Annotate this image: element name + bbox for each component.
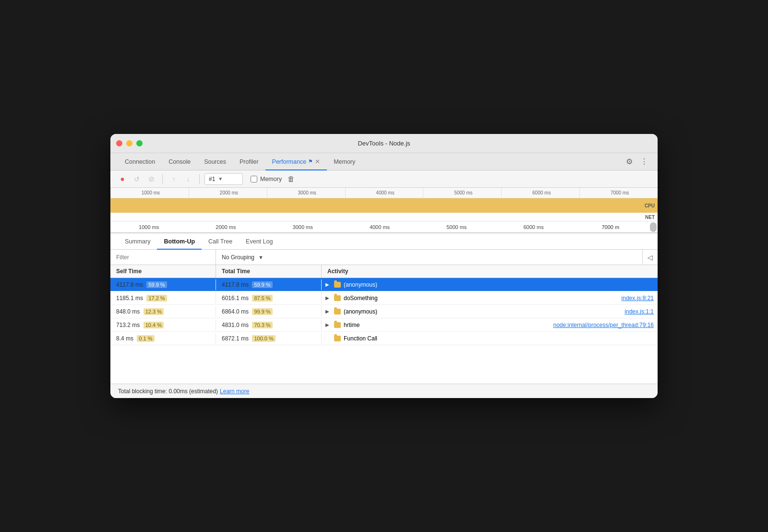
self-pct-badge: 10.4 %: [144, 322, 164, 328]
upload-icon: ↑: [172, 175, 176, 183]
filter-input[interactable]: [110, 250, 216, 265]
time-mark2-3000: 3000 ms: [264, 221, 341, 233]
clear-icon: ⊘: [148, 175, 155, 183]
table-row[interactable]: 713.2 ms 10.4 % 4831.0 ms 70.3 % ▶ hrtim…: [110, 318, 658, 332]
expand-icon[interactable]: ▶: [325, 282, 331, 287]
toolbar: ● ↺ ⊘ ↑ ↓ #1 ▼ Memory 🗑: [110, 170, 658, 188]
source-link[interactable]: index.js:1:1: [624, 308, 654, 315]
grouping-arrow-icon: ▼: [258, 254, 264, 260]
activity-cell: ▶ (anonymous) index.js:1:1: [322, 306, 658, 317]
total-time-cell: 4117.8 ms 59.9 %: [216, 279, 322, 290]
tab-event-log[interactable]: Event Log: [239, 233, 279, 250]
tab-call-tree[interactable]: Call Tree: [202, 233, 239, 250]
time-mark-3000: 3000 ms: [267, 188, 345, 198]
profile-selector[interactable]: #1 ▼: [204, 173, 243, 185]
toolbar-divider-1: [162, 174, 163, 184]
timeline-scrollbar[interactable]: [650, 222, 657, 232]
upload-button[interactable]: ↑: [168, 173, 180, 185]
col-header-total-time[interactable]: Total Time: [216, 265, 322, 278]
folder-icon: [334, 282, 341, 288]
self-time-value: 713.2 ms: [116, 322, 140, 328]
title-bar: DevTools - Node.js: [110, 134, 658, 153]
net-label: NET: [645, 214, 655, 219]
expand-icon[interactable]: ▶: [325, 295, 331, 301]
total-time-value: 4831.0 ms: [222, 322, 249, 328]
table-row[interactable]: 8.4 ms 0.1 % 6872.1 ms 100.0 % ▶ Functio…: [110, 332, 658, 345]
source-link[interactable]: index.js:8:21: [622, 295, 654, 302]
tab-bar-right: ⚙ ⋮: [624, 155, 650, 168]
self-pct-badge: 12.3 %: [144, 308, 164, 315]
more-options-icon[interactable]: ⋮: [638, 155, 650, 168]
folder-icon: [334, 295, 341, 301]
table-row[interactable]: 848.0 ms 12.3 % 6864.0 ms 99.9 % ▶ (anon…: [110, 305, 658, 318]
time-mark-2000: 2000 ms: [189, 188, 267, 198]
close-button[interactable]: [116, 140, 122, 146]
time-ruler-bottom: 1000 ms 2000 ms 3000 ms 4000 ms 5000 ms …: [110, 221, 658, 233]
maximize-button[interactable]: [136, 140, 143, 146]
activity-name: doSomething: [344, 295, 378, 302]
activity-cell: ▶ hrtime node:internal/process/per_threa…: [322, 320, 658, 330]
activity-cell: ▶ Function Call: [322, 333, 658, 344]
filter-bar: No Grouping ▼ ◁: [110, 250, 658, 265]
net-bar[interactable]: NET: [110, 213, 658, 221]
self-time-cell: 8.4 ms 0.1 %: [110, 333, 216, 344]
reload-button[interactable]: ↺: [131, 173, 143, 185]
self-time-cell: 848.0 ms 12.3 %: [110, 306, 216, 317]
tab-close-icon[interactable]: ✕: [315, 158, 320, 165]
download-button[interactable]: ↓: [182, 173, 194, 185]
reload-icon: ↺: [134, 175, 140, 183]
total-pct-badge: 99.9 %: [252, 308, 272, 315]
cpu-bar[interactable]: CPU: [110, 198, 658, 213]
grouping-select[interactable]: No Grouping ▼: [216, 254, 642, 261]
tab-console[interactable]: Console: [162, 153, 197, 170]
source-link[interactable]: node:internal/process/per_thread:79:16: [553, 322, 654, 328]
tab-bar: Connection Console Sources Profiler Perf…: [110, 153, 658, 170]
expand-icon[interactable]: ▶: [325, 309, 331, 314]
tab-memory[interactable]: Memory: [327, 153, 362, 170]
tab-sources[interactable]: Sources: [197, 153, 233, 170]
delete-button[interactable]: 🗑: [288, 175, 295, 183]
time-mark2-2000: 2000 ms: [187, 221, 264, 233]
tab-connection[interactable]: Connection: [118, 153, 162, 170]
panel-toggle-button[interactable]: ◁: [642, 250, 658, 265]
self-pct-badge: 59.9 %: [146, 281, 167, 288]
total-time-cell: 6016.1 ms 87.5 %: [216, 293, 322, 303]
memory-checkbox[interactable]: [251, 176, 257, 182]
tab-profiler[interactable]: Profiler: [233, 153, 265, 170]
expand-icon[interactable]: ▶: [325, 322, 331, 327]
self-pct-badge: 0.1 %: [137, 335, 154, 342]
self-time-value: 8.4 ms: [116, 335, 133, 342]
folder-icon: [334, 309, 341, 314]
total-pct-badge: 87.5 %: [252, 295, 272, 302]
clear-button[interactable]: ⊘: [145, 173, 157, 185]
learn-more-link[interactable]: Learn more: [220, 388, 249, 395]
time-mark2-4000: 4000 ms: [341, 221, 418, 233]
settings-icon[interactable]: ⚙: [624, 155, 635, 168]
self-time-value: 1185.1 ms: [116, 295, 143, 302]
col-header-self-time[interactable]: Self Time: [110, 265, 216, 278]
tab-bottom-up[interactable]: Bottom-Up: [157, 233, 202, 250]
time-mark2-7000: 7000 m: [572, 221, 649, 233]
tab-summary[interactable]: Summary: [118, 233, 157, 250]
time-ruler-top: 1000 ms 2000 ms 3000 ms 4000 ms 5000 ms …: [110, 188, 658, 198]
profile-selector-arrow: ▼: [218, 176, 223, 181]
activity-name: (anonymous): [344, 281, 377, 288]
self-time-cell: 1185.1 ms 17.2 %: [110, 293, 216, 303]
table-row[interactable]: 1185.1 ms 17.2 % 6016.1 ms 87.5 % ▶ doSo…: [110, 291, 658, 305]
folder-icon: [334, 322, 341, 328]
time-mark-4000: 4000 ms: [345, 188, 423, 198]
toolbar-divider-2: [199, 174, 200, 184]
tab-performance[interactable]: Performance ⚑ ✕: [265, 153, 327, 170]
window-title: DevTools - Node.js: [358, 140, 410, 147]
table-row[interactable]: 4117.8 ms 59.9 % 4117.8 ms 59.9 % ▶ (ano…: [110, 278, 658, 291]
record-button[interactable]: ●: [116, 173, 129, 185]
total-time-value: 6016.1 ms: [222, 295, 249, 302]
timeline-area: 1000 ms 2000 ms 3000 ms 4000 ms 5000 ms …: [110, 188, 658, 233]
time-mark-5000: 5000 ms: [423, 188, 501, 198]
time-mark-6000: 6000 ms: [501, 188, 579, 198]
time-mark2-5000: 5000 ms: [418, 221, 495, 233]
status-text: Total blocking time: 0.00ms (estimated): [118, 388, 218, 395]
activity-cell: ▶ (anonymous): [322, 279, 658, 290]
time-mark-1000: 1000 ms: [110, 188, 189, 198]
minimize-button[interactable]: [126, 140, 132, 146]
